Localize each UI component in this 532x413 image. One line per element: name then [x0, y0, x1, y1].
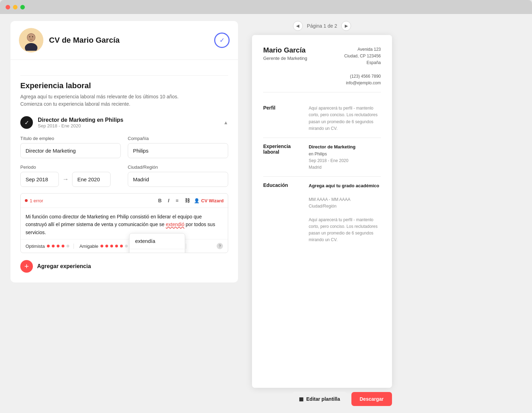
perfil-content: Aquí aparecerá tu perfil - mantenlo cort…	[309, 105, 381, 132]
cv-preview: Mario García Gerente de Marketing Avenid…	[252, 35, 392, 388]
tone-bar: Optimista Amigable	[21, 239, 228, 253]
list-button[interactable]: ≡	[174, 196, 181, 205]
main-container: CV de Mario García ✓ Experiencia laboral…	[0, 14, 532, 413]
tone-dot-3	[57, 245, 59, 247]
arrow-icon: →	[62, 176, 69, 183]
download-button[interactable]: Descargar	[351, 392, 392, 406]
editor-box: 1 error B I ≡ ⛓ 👤 CV Wizard Mi función c…	[20, 193, 228, 253]
form-row-1: Título de empleo Compañía	[20, 136, 228, 158]
ciudad-label: Ciudad/Región	[128, 164, 228, 170]
ciudad-group: Ciudad/Región	[128, 164, 228, 187]
compania-input[interactable]	[128, 143, 228, 158]
edu-label: Educación	[263, 182, 302, 243]
tone-amigable: Amigable	[79, 244, 132, 249]
amig-dot-4	[115, 245, 118, 247]
bottom-bar: ▦ Editar plantilla Descargar	[252, 392, 392, 406]
exp-check-icon: ✓	[20, 116, 33, 129]
tone-dot-4	[62, 245, 64, 247]
preview-name-group: Mario García Gerente de Marketing	[263, 46, 307, 61]
link-button[interactable]: ⛓	[183, 196, 192, 205]
start-date-input[interactable]	[20, 172, 59, 187]
optimista-label: Optimista	[26, 244, 45, 249]
form-row-2: Periodo → Ciudad/Región	[20, 164, 228, 187]
next-page-button[interactable]: ▶	[341, 21, 351, 31]
section-title: Experiencia laboral	[20, 81, 228, 90]
svg-point-4	[32, 36, 33, 37]
exp-job-title: Director de Marketing en Philips	[38, 117, 218, 123]
titulo-label: Título de empleo	[20, 136, 121, 141]
suggestion-dropdown: extendía ✏️ Ignorar mensaje	[129, 233, 185, 253]
ignore-icon: ✏️	[135, 253, 141, 253]
error-count: 1 error	[30, 198, 43, 203]
check-icon[interactable]: ✓	[214, 33, 230, 48]
amig-dot-6	[125, 245, 128, 247]
edu-content: Agrega aquí tu grado académico MM AAAA -…	[309, 182, 381, 243]
cv-header: CV de Mario García ✓	[10, 21, 238, 60]
section-desc: Agrega aquí tu experiencia laboral más r…	[20, 93, 228, 108]
preview-contact: Avenida 123 Ciudad, CP 123456 España (12…	[344, 46, 381, 86]
help-icon[interactable]: ?	[217, 243, 223, 249]
page-indicator: Página 1 de 2	[307, 23, 337, 29]
close-dot[interactable]	[6, 5, 10, 9]
content-area: Experiencia laboral Agrega aquí tu exper…	[10, 60, 238, 282]
amig-dot-3	[110, 245, 113, 247]
preview-section-educacion: Educación Agrega aquí tu grado académico…	[263, 177, 381, 249]
preview-full-name: Mario García	[263, 46, 307, 54]
preview-section-perfil: Perfil Aquí aparecerá tu perfil - manten…	[263, 99, 381, 138]
compania-label: Compañía	[128, 136, 228, 141]
exp-content: Director de Marketing en Philips Sep 201…	[309, 144, 381, 171]
period-group: →	[20, 172, 121, 187]
tone-dot-2	[52, 245, 55, 247]
svg-point-1	[25, 43, 37, 51]
svg-point-2	[27, 34, 35, 41]
tone-optimista: Optimista	[26, 244, 74, 249]
experience-header: ✓ Director de Marketing en Philips Sep 2…	[20, 116, 228, 129]
perfil-label: Perfil	[263, 105, 302, 132]
error-dot	[25, 199, 28, 202]
pagination: ◀ Página 1 de 2 ▶	[293, 21, 351, 31]
suggestion-item[interactable]: extendía	[130, 233, 185, 249]
periodo-label: Periodo	[20, 164, 121, 170]
tone-dot-1	[47, 245, 50, 247]
preview-header: Mario García Gerente de Marketing Avenid…	[263, 46, 381, 92]
end-date-input[interactable]	[72, 172, 111, 187]
chevron-up-icon[interactable]: ▲	[223, 120, 228, 125]
edit-template-icon: ▦	[299, 396, 303, 402]
wizard-icon: 👤	[194, 198, 200, 203]
page-title: CV de Mario García	[49, 36, 209, 45]
left-panel: CV de Mario García ✓ Experiencia laboral…	[10, 21, 238, 406]
bold-button[interactable]: B	[156, 196, 164, 205]
add-experience-button[interactable]: +	[20, 260, 33, 273]
italic-button[interactable]: I	[166, 196, 172, 205]
minimize-dot[interactable]	[13, 5, 18, 9]
editor-toolbar: 1 error B I ≡ ⛓ 👤 CV Wizard	[21, 194, 228, 208]
amig-dot-2	[105, 245, 108, 247]
titulo-input[interactable]	[20, 143, 121, 158]
prev-page-button[interactable]: ◀	[293, 21, 303, 31]
edit-template-button[interactable]: ▦ Editar plantilla	[292, 392, 347, 406]
ignore-item[interactable]: ✏️ Ignorar mensaje	[130, 249, 185, 253]
periodo-group: Periodo →	[20, 164, 121, 187]
ciudad-input[interactable]	[128, 172, 228, 187]
maximize-dot[interactable]	[20, 5, 25, 9]
error-badge: 1 error	[25, 198, 154, 203]
amig-dot-1	[100, 245, 103, 247]
cv-wizard-button[interactable]: 👤 CV Wizard	[194, 198, 224, 203]
add-experience-label: Agregar experiencia	[37, 263, 91, 270]
exp-title-group: Director de Marketing en Philips Sep 201…	[38, 117, 218, 128]
exp-dates: Sep 2018 - Ene 2020	[38, 123, 218, 128]
compania-group: Compañía	[128, 136, 228, 158]
add-experience[interactable]: + Agregar experiencia	[20, 260, 228, 273]
editor-content[interactable]: Mi función como director de Marketing en…	[21, 208, 228, 239]
svg-point-3	[29, 36, 30, 37]
tone-dot-5	[66, 245, 69, 247]
titulo-group: Título de empleo	[20, 136, 121, 158]
preview-section-experiencia: Experiencia laboral Director de Marketin…	[263, 138, 381, 177]
exp-label: Experiencia laboral	[263, 144, 302, 171]
amig-dot-5	[120, 245, 123, 247]
right-panel: ◀ Página 1 de 2 ▶ Mario García Gerente d…	[248, 21, 396, 406]
titlebar	[0, 0, 532, 14]
error-word[interactable]: extendió	[166, 222, 184, 227]
amigable-label: Amigable	[79, 244, 98, 249]
avatar	[19, 28, 43, 52]
